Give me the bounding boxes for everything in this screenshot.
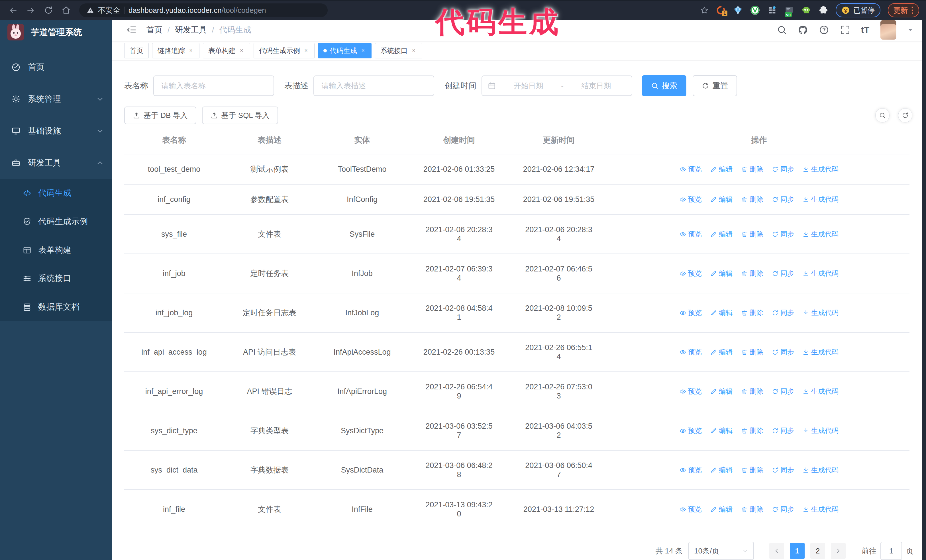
sidebar-fold-icon[interactable] bbox=[127, 25, 137, 35]
sync-link[interactable]: 同步 bbox=[772, 347, 794, 357]
table-name-input[interactable] bbox=[153, 75, 274, 96]
page-size-select[interactable]: 10条/页 bbox=[688, 542, 754, 560]
tab-close-icon[interactable]: × bbox=[188, 48, 194, 54]
github-icon[interactable] bbox=[798, 25, 808, 35]
table-desc-input[interactable] bbox=[313, 75, 434, 96]
reload-icon[interactable] bbox=[44, 6, 53, 15]
preview-link[interactable]: 预览 bbox=[679, 165, 702, 174]
extension-updater-icon[interactable]: 1 bbox=[716, 5, 726, 15]
generate-code-link[interactable]: 生成代码 bbox=[803, 308, 838, 317]
tab[interactable]: 首页 × bbox=[124, 43, 149, 58]
generate-code-link[interactable]: 生成代码 bbox=[803, 387, 838, 396]
edit-link[interactable]: 编辑 bbox=[710, 308, 732, 317]
sync-link[interactable]: 同步 bbox=[772, 465, 794, 474]
breadcrumb-item-home[interactable]: 首页 bbox=[147, 24, 162, 35]
sidebar-subitem-system-api[interactable]: 系统接口 bbox=[0, 264, 112, 293]
preview-link[interactable]: 预览 bbox=[679, 347, 702, 357]
generate-code-link[interactable]: 生成代码 bbox=[803, 347, 838, 357]
update-button[interactable]: 更新 bbox=[888, 3, 919, 17]
generate-code-link[interactable]: 生成代码 bbox=[803, 426, 838, 435]
prev-page-button[interactable] bbox=[769, 543, 784, 559]
sql-import-button[interactable]: 基于 SQL 导入 bbox=[202, 107, 278, 124]
edit-link[interactable]: 编辑 bbox=[710, 387, 732, 396]
preview-link[interactable]: 预览 bbox=[679, 387, 702, 396]
sidebar-subitem-codegen[interactable]: 代码生成 bbox=[0, 179, 112, 207]
avatar[interactable] bbox=[881, 20, 896, 39]
extension-proxy-icon[interactable] bbox=[767, 5, 777, 15]
help-icon[interactable] bbox=[819, 25, 829, 35]
tab[interactable]: 代码生成 × bbox=[318, 43, 372, 58]
sync-link[interactable]: 同步 bbox=[772, 505, 794, 514]
delete-link[interactable]: 删除 bbox=[741, 505, 763, 514]
app-logo-row[interactable]: 芋道管理系统 bbox=[0, 19, 112, 45]
generate-code-link[interactable]: 生成代码 bbox=[803, 269, 838, 278]
generate-code-link[interactable]: 生成代码 bbox=[803, 229, 838, 239]
goto-page-input[interactable] bbox=[881, 542, 902, 560]
date-range-picker[interactable]: 开始日期 - 结束日期 bbox=[481, 75, 632, 96]
tab[interactable]: 代码生成示例 × bbox=[254, 43, 315, 58]
preview-link[interactable]: 预览 bbox=[679, 229, 702, 239]
generate-code-link[interactable]: 生成代码 bbox=[803, 505, 838, 514]
edit-link[interactable]: 编辑 bbox=[710, 269, 732, 278]
delete-link[interactable]: 删除 bbox=[741, 426, 763, 435]
sidebar-item-devtools[interactable]: 研发工具 bbox=[0, 147, 112, 179]
start-date-placeholder[interactable]: 开始日期 bbox=[499, 81, 558, 91]
tab[interactable]: 表单构建 × bbox=[203, 43, 250, 58]
extension-monkey-icon[interactable] bbox=[802, 5, 811, 15]
extensions-puzzle-icon[interactable] bbox=[819, 5, 828, 15]
extension-gem-icon[interactable] bbox=[733, 5, 743, 15]
edit-link[interactable]: 编辑 bbox=[710, 347, 732, 357]
breadcrumb-item-devtools[interactable]: 研发工具 bbox=[175, 24, 207, 35]
sidebar-subitem-codegen-example[interactable]: 代码生成示例 bbox=[0, 207, 112, 236]
sync-link[interactable]: 同步 bbox=[772, 195, 794, 204]
sync-link[interactable]: 同步 bbox=[772, 387, 794, 396]
search-button[interactable]: 搜索 bbox=[642, 75, 686, 96]
fullscreen-icon[interactable] bbox=[840, 25, 850, 35]
preview-link[interactable]: 预览 bbox=[679, 465, 702, 474]
edit-link[interactable]: 编辑 bbox=[710, 465, 732, 474]
delete-link[interactable]: 删除 bbox=[741, 308, 763, 317]
delete-link[interactable]: 删除 bbox=[741, 195, 763, 204]
delete-link[interactable]: 删除 bbox=[741, 269, 763, 278]
toggle-search-button[interactable] bbox=[875, 108, 890, 122]
delete-link[interactable]: 删除 bbox=[741, 465, 763, 474]
delete-link[interactable]: 删除 bbox=[741, 387, 763, 396]
generate-code-link[interactable]: 生成代码 bbox=[803, 465, 838, 474]
page-number-button[interactable]: 1 bbox=[790, 543, 805, 559]
font-size-icon[interactable]: tT bbox=[861, 25, 870, 35]
sync-link[interactable]: 同步 bbox=[772, 165, 794, 174]
sync-link[interactable]: 同步 bbox=[772, 229, 794, 239]
sync-link[interactable]: 同步 bbox=[772, 269, 794, 278]
sidebar-subitem-form-builder[interactable]: 表单构建 bbox=[0, 236, 112, 264]
sync-link[interactable]: 同步 bbox=[772, 426, 794, 435]
home-icon[interactable] bbox=[62, 6, 71, 15]
page-number-button[interactable]: 2 bbox=[810, 543, 825, 559]
preview-link[interactable]: 预览 bbox=[679, 269, 702, 278]
generate-code-link[interactable]: 生成代码 bbox=[803, 165, 838, 174]
tab-close-icon[interactable]: × bbox=[303, 48, 309, 54]
edit-link[interactable]: 编辑 bbox=[710, 165, 732, 174]
forward-icon[interactable] bbox=[26, 6, 35, 15]
tab[interactable]: 系统接口 × bbox=[375, 43, 422, 58]
preview-link[interactable]: 预览 bbox=[679, 505, 702, 514]
preview-link[interactable]: 预览 bbox=[679, 308, 702, 317]
sidebar-item-infra[interactable]: 基础设施 bbox=[0, 115, 112, 147]
next-page-button[interactable] bbox=[831, 543, 846, 559]
header-search-icon[interactable] bbox=[777, 25, 787, 35]
db-import-button[interactable]: 基于 DB 导入 bbox=[124, 107, 196, 124]
delete-link[interactable]: 删除 bbox=[741, 165, 763, 174]
avatar-caret-icon[interactable] bbox=[907, 27, 914, 33]
extension-v-icon[interactable] bbox=[750, 5, 760, 15]
tab-close-icon[interactable]: × bbox=[239, 48, 245, 54]
delete-link[interactable]: 删除 bbox=[741, 347, 763, 357]
sidebar-item-system[interactable]: 系统管理 bbox=[0, 83, 112, 115]
tab-close-icon[interactable]: × bbox=[360, 48, 366, 54]
sidebar-item-home[interactable]: 首页 bbox=[0, 51, 112, 83]
extension-console-icon[interactable]: on bbox=[784, 5, 794, 15]
edit-link[interactable]: 编辑 bbox=[710, 195, 732, 204]
reset-button[interactable]: 重置 bbox=[693, 75, 737, 96]
delete-link[interactable]: 删除 bbox=[741, 229, 763, 239]
tab[interactable]: 链路追踪 × bbox=[152, 43, 200, 58]
window-scrollbar[interactable] bbox=[922, 19, 926, 560]
end-date-placeholder[interactable]: 结束日期 bbox=[566, 81, 626, 91]
